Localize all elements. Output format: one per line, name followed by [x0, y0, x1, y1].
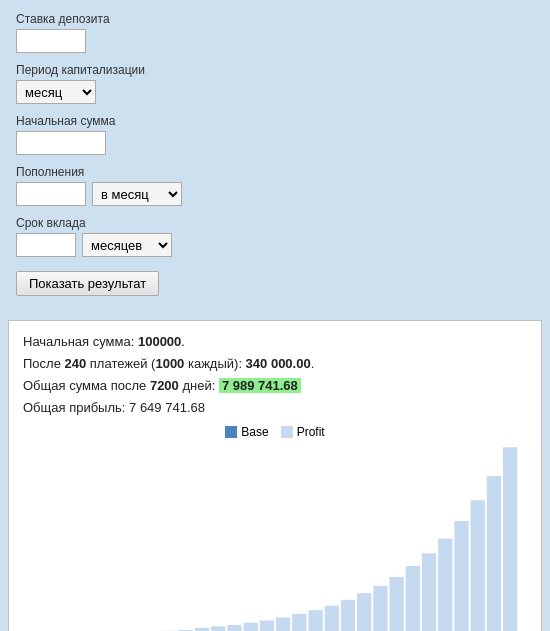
line4-value: 7 649 741.68 — [129, 400, 205, 415]
line4-prefix: Общая прибыль: — [23, 400, 129, 415]
svg-rect-26 — [244, 623, 258, 631]
chart-area — [23, 443, 527, 631]
term-label: Срок вклада — [16, 216, 534, 230]
period-select[interactable]: месяц квартал год — [16, 80, 96, 104]
svg-rect-58 — [503, 448, 517, 631]
line1-suffix: . — [181, 334, 185, 349]
term-period-select[interactable]: месяцев лет — [82, 233, 172, 257]
svg-rect-24 — [227, 625, 241, 631]
line2-amount: 1000 — [155, 356, 184, 371]
svg-rect-32 — [292, 614, 306, 631]
legend-profit-box — [281, 426, 293, 438]
legend-base-box — [225, 426, 237, 438]
result-line2: После 240 платежей (1000 каждый): 340 00… — [23, 353, 527, 375]
svg-rect-22 — [211, 627, 225, 631]
svg-rect-38 — [341, 600, 355, 631]
chart-legend: Base Profit — [23, 425, 527, 439]
line2-value: 340 000.00 — [246, 356, 311, 371]
legend-base: Base — [225, 425, 268, 439]
line2-payments: 240 — [65, 356, 87, 371]
svg-rect-56 — [487, 476, 501, 631]
additions-label: Пополнения — [16, 165, 534, 179]
line2-prefix: После — [23, 356, 65, 371]
line1-value: 100000 — [138, 334, 181, 349]
line2-mid: платежей ( — [86, 356, 155, 371]
additions-period-select[interactable]: в месяц в квартал в год — [92, 182, 182, 206]
svg-rect-54 — [471, 501, 485, 631]
svg-rect-30 — [276, 618, 290, 631]
line3-value: 7 989 741.68 — [219, 378, 301, 393]
svg-rect-46 — [406, 566, 420, 631]
line2-suffix: каждый): — [184, 356, 245, 371]
initial-sum-label: Начальная сумма — [16, 114, 534, 128]
show-result-button[interactable]: Показать результат — [16, 271, 159, 296]
bar-chart — [23, 443, 527, 631]
period-label: Период капитализации — [16, 63, 534, 77]
line2-end: . — [311, 356, 315, 371]
svg-rect-52 — [454, 521, 468, 631]
svg-rect-40 — [357, 594, 371, 631]
line3-days: 7200 — [150, 378, 179, 393]
legend-base-label: Base — [241, 425, 268, 439]
result-line1: Начальная сумма: 100000. — [23, 331, 527, 353]
initial-sum-input[interactable]: 100000 — [16, 131, 106, 155]
results-panel: Начальная сумма: 100000. После 240 плате… — [8, 320, 542, 631]
result-line4: Общая прибыль: 7 649 741.68 — [23, 397, 527, 419]
line3-mid: дней: — [179, 378, 219, 393]
svg-rect-42 — [373, 586, 387, 631]
legend-profit: Profit — [281, 425, 325, 439]
svg-rect-50 — [438, 539, 452, 631]
additions-input[interactable]: 1000 — [16, 182, 86, 206]
svg-rect-44 — [389, 577, 403, 631]
term-input[interactable]: 240 — [16, 233, 76, 257]
deposit-rate-label: Ставка депозита — [16, 12, 534, 26]
svg-rect-36 — [325, 606, 339, 631]
legend-profit-label: Profit — [297, 425, 325, 439]
line3-prefix: Общая сумма после — [23, 378, 150, 393]
svg-rect-34 — [308, 611, 322, 631]
line1-prefix: Начальная сумма: — [23, 334, 138, 349]
result-line3: Общая сумма после 7200 дней: 7 989 741.6… — [23, 375, 527, 397]
svg-rect-48 — [422, 554, 436, 631]
deposit-rate-input[interactable]: 20 — [16, 29, 86, 53]
svg-rect-28 — [260, 621, 274, 631]
